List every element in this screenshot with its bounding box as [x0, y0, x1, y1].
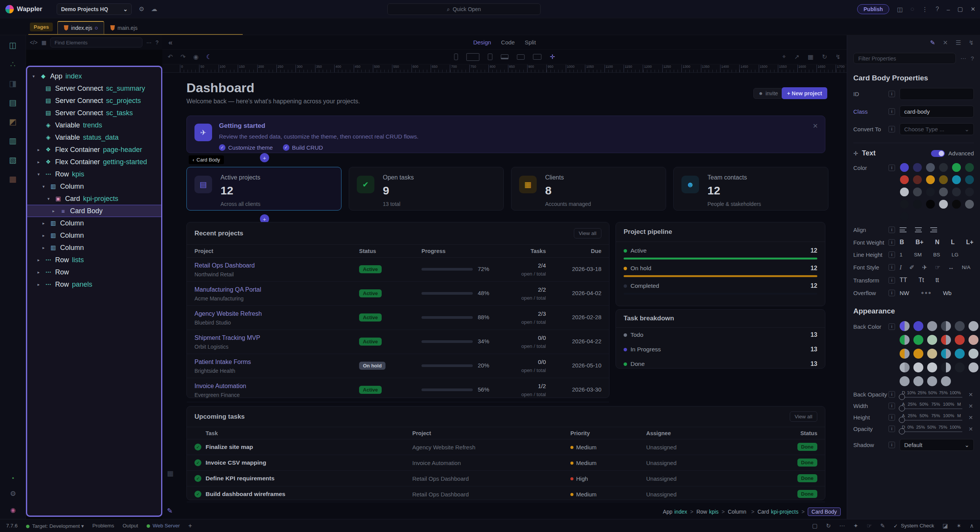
project-name-link[interactable]: Invoice Automation — [194, 383, 246, 390]
kpi-card[interactable]: ▦ Clients 8 Accounts managed — [511, 167, 666, 211]
more-icon[interactable]: ⋯ — [839, 522, 845, 529]
color-swatch[interactable] — [913, 175, 922, 184]
redo-icon[interactable]: ↷ — [180, 53, 185, 60]
expander-icon[interactable] — [42, 221, 49, 226]
tree-item[interactable]: Row — [27, 266, 161, 278]
transform-option[interactable]: TT — [900, 277, 907, 284]
view-all-button[interactable]: View all — [790, 411, 817, 422]
task-check-icon[interactable]: ✓ — [194, 444, 201, 450]
close-icon[interactable]: ✕ — [813, 122, 818, 130]
expander-icon[interactable] — [38, 172, 44, 177]
clear-icon[interactable]: ✕ — [969, 403, 974, 409]
slider-track[interactable] — [900, 420, 962, 421]
tree-item[interactable]: Column — [27, 229, 161, 242]
table-row[interactable]: Agency Website Refresh Bluebird Studio A… — [187, 306, 609, 330]
find-elements-input[interactable]: Find Elements — [50, 38, 142, 47]
class-input[interactable]: card-body — [900, 106, 974, 117]
color-swatch[interactable] — [941, 362, 951, 372]
slider-track[interactable] — [900, 397, 962, 398]
color-swatch[interactable] — [955, 335, 965, 345]
project-name-link[interactable]: Patient Intake Forms — [194, 359, 251, 366]
italic-icon[interactable]: I — [900, 264, 902, 271]
rocket-style-icon[interactable]: ✈ — [922, 264, 927, 271]
filter-properties-input[interactable]: Filter Properties — [853, 53, 956, 64]
color-swatch[interactable] — [900, 163, 909, 172]
device-laptop-icon[interactable] — [501, 54, 508, 59]
window-minimize-button[interactable]: – — [947, 6, 950, 13]
color-swatch[interactable] — [900, 349, 910, 359]
letter-spacing-icon[interactable]: ↔ — [948, 264, 954, 271]
cleanup-brush-icon[interactable]: ✎ — [880, 522, 885, 529]
window-maximize-button[interactable]: ▢ — [957, 6, 963, 13]
tree-item[interactable]: Row kpis — [27, 168, 161, 180]
font-weight-option[interactable]: L+ — [966, 239, 973, 246]
table-row[interactable]: Manufacturing QA Portal Acme Manufacturi… — [187, 282, 609, 306]
table-row[interactable]: Invoice Automation Evergreen Finance Act… — [187, 378, 609, 402]
table-row[interactable]: ✓ Finalize site map Agency Website Refre… — [187, 439, 825, 455]
font-weight-option[interactable]: L — [951, 239, 955, 246]
project-name-link[interactable]: Manufacturing QA Portal — [194, 286, 261, 293]
color-swatch[interactable] — [955, 362, 965, 372]
help-icon[interactable]: ? — [971, 55, 974, 62]
tree-item[interactable]: Server Connect sc_tasks — [27, 107, 161, 119]
new-project-button[interactable]: + New project — [782, 87, 827, 99]
table-row[interactable]: Patient Intake Forms Brightside Health O… — [187, 354, 609, 378]
refresh-icon[interactable]: ↻ — [826, 522, 831, 529]
expander-icon[interactable] — [38, 270, 44, 275]
components-icon[interactable]: ▦ — [9, 175, 17, 184]
pages-button[interactable]: Pages — [30, 23, 53, 31]
color-swatch[interactable] — [900, 188, 909, 196]
tree-item[interactable]: Card Body — [27, 205, 161, 217]
project-name-link[interactable]: Agency Website Refresh — [194, 310, 262, 317]
expander-icon[interactable] — [38, 147, 44, 152]
kebab-menu-icon[interactable]: ⋮ — [922, 6, 928, 13]
tree-item[interactable]: Server Connect sc_summary — [27, 82, 161, 95]
color-swatch[interactable] — [900, 200, 909, 209]
color-swatch[interactable] — [913, 376, 923, 386]
device-monitor-icon[interactable] — [533, 54, 541, 60]
expander-icon[interactable] — [42, 184, 49, 189]
color-swatch[interactable] — [952, 163, 961, 172]
breadcrumb-current[interactable]: Card Body — [808, 508, 841, 516]
selected-element-tag[interactable]: ‹ Card Body — [189, 155, 224, 164]
expander-icon[interactable] — [42, 245, 49, 250]
transform-option[interactable]: Tt — [919, 277, 924, 284]
expander-icon[interactable] — [42, 233, 49, 238]
insert-before-button[interactable]: + — [260, 153, 269, 162]
help-icon[interactable]: ? — [155, 39, 158, 46]
color-swatch[interactable] — [952, 200, 961, 209]
gear-icon[interactable]: ⚙ — [10, 490, 16, 498]
cut-icon[interactable]: ✕ — [943, 39, 948, 46]
status-indicator-icon[interactable]: ▪ — [12, 475, 14, 481]
expander-icon[interactable] — [38, 282, 44, 287]
expander-icon[interactable] — [33, 74, 39, 79]
refresh-icon[interactable]: ↻ — [822, 53, 827, 60]
more-icon[interactable]: ⋯ — [146, 39, 152, 46]
add-panel-button[interactable]: + — [188, 522, 192, 530]
feedback-icon[interactable]: ☞ — [867, 522, 872, 529]
system-check-button[interactable]: ✓ System Check — [893, 523, 934, 529]
inspect-pointer-icon[interactable]: ⌖ — [782, 53, 786, 60]
color-swatch[interactable] — [939, 200, 948, 209]
view-all-button[interactable]: View all — [574, 228, 601, 238]
color-swatch[interactable] — [965, 200, 974, 209]
file-tab[interactable]: index.ejs — [57, 21, 104, 35]
kpi-card[interactable]: ✔ Open tasks 9 13 total — [349, 167, 504, 211]
breadcrumb-part[interactable]: Card kpi-projects > — [758, 509, 805, 515]
table-row[interactable]: ✓ Invoice CSV mapping Invoice Automation… — [187, 455, 825, 471]
table-row[interactable]: Retail Ops Dashboard Northwind Retail Ac… — [187, 258, 609, 282]
eraser-icon[interactable]: ◪ — [942, 522, 948, 529]
color-swatch[interactable] — [927, 321, 937, 331]
theme-icon[interactable]: ◉ — [10, 506, 16, 514]
tree-item[interactable]: Card kpi-projects — [27, 193, 161, 205]
edit-pencil-icon[interactable]: ✎ — [930, 39, 935, 46]
more-icon[interactable]: ⋯ — [960, 55, 966, 62]
file-tab[interactable]: main.ejs — [104, 21, 144, 35]
tree-item[interactable]: Column — [27, 180, 161, 193]
grid-view-icon[interactable]: ▦ — [41, 39, 46, 46]
project-selector[interactable]: Demo Projects HQ ⌄ — [57, 3, 132, 15]
window-close-button[interactable]: ✕ — [970, 6, 975, 13]
color-swatch[interactable] — [941, 349, 951, 359]
drag-handle-icon[interactable]: ✛ — [853, 150, 858, 157]
share-icon[interactable]: ↗ — [794, 53, 799, 60]
